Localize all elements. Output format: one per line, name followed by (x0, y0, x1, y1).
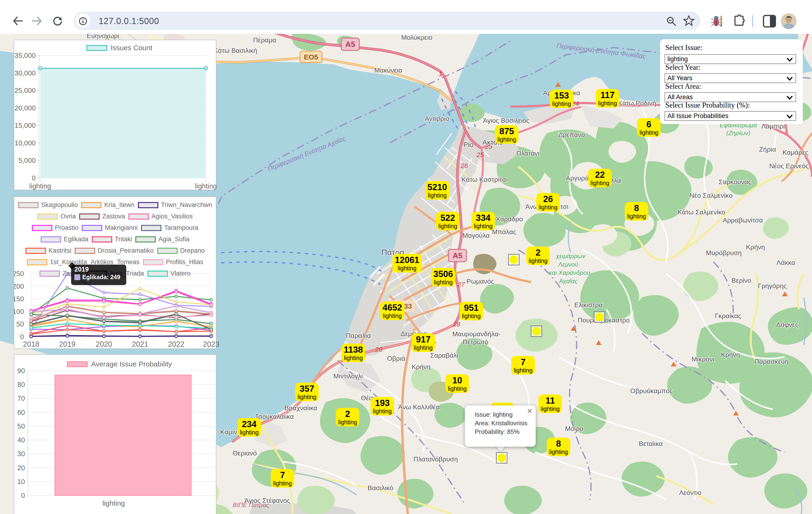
svg-text:και Χαράνδρου: και Χαράνδρου (549, 269, 590, 276)
svg-text:lighting: lighting (29, 182, 51, 190)
svg-text:Πέραμα: Πέραμα (253, 36, 276, 44)
svg-text:Ζήρια: Ζήρια (759, 146, 776, 153)
svg-text:Σαρκουνάς: Σαρκουνάς (719, 178, 751, 186)
svg-text:Δρέπανο: Δρέπανο (558, 131, 585, 138)
svg-text:Αργυρά: Αργυρά (566, 174, 589, 182)
svg-text:Ρίο: Ρίο (463, 141, 473, 148)
svg-text:Μπάλας: Μπάλας (492, 228, 516, 236)
svg-text:25,000: 25,000 (14, 87, 36, 94)
svg-text:0: 0 (21, 492, 25, 499)
svg-text:Μολύκρειο: Μολύκρειο (401, 34, 432, 41)
svg-text:EO5: EO5 (304, 53, 318, 61)
svg-text:Βραχναίικα: Βραχναίικα (284, 404, 317, 412)
svg-text:Νέος Ερινεός: Νέος Ερινεός (769, 162, 809, 170)
svg-text:Κάτω Βασιλική: Κάτω Βασιλική (214, 47, 257, 54)
svg-text:Βεταίικα: Βεταίικα (639, 440, 663, 448)
svg-text:lighting: lighting (195, 182, 216, 190)
svg-text:2022: 2022 (168, 340, 184, 348)
svg-text:Κάτω Ροδινή: Κάτω Ροδινή (618, 100, 656, 107)
svg-text:0: 0 (32, 174, 36, 182)
svg-text:Κρήνη: Κρήνη (412, 363, 431, 371)
svg-text:20,000: 20,000 (14, 104, 36, 112)
svg-text:Ελικίστρα: Ελικίστρα (574, 301, 603, 309)
svg-text:30,000: 30,000 (14, 69, 36, 77)
svg-text:10,000: 10,000 (14, 139, 36, 147)
svg-text:200: 200 (14, 282, 24, 290)
svg-text:Αχαΐας: Αχαΐας (558, 277, 578, 285)
svg-text:Άνω Καλλιθέα: Άνω Καλλιθέα (398, 403, 440, 411)
svg-text:50: 50 (17, 320, 24, 328)
svg-text:2018: 2018 (23, 340, 39, 348)
svg-text:2021: 2021 (132, 340, 148, 348)
svg-text:ΒΙΠΕ Πάτρας: ΒΙΠΕ Πάτρας (233, 502, 269, 509)
svg-text:27: 27 (458, 281, 465, 288)
svg-text:Μιντιλόγλι: Μιντιλόγλι (334, 372, 363, 380)
svg-text:Μαγούλα: Μαγούλα (462, 232, 490, 239)
svg-text:Λεμνού: Λεμνού (558, 261, 579, 268)
svg-text:30: 30 (17, 450, 25, 458)
svg-text:Παραλία: Παραλία (346, 332, 371, 339)
svg-text:Μυρόβρυση: Μυρόβρυση (706, 249, 742, 256)
svg-text:Βερίνο: Βερίνο (732, 277, 751, 284)
svg-text:Αντίρριο: Αντίρριο (425, 115, 449, 122)
svg-text:70: 70 (17, 395, 25, 402)
svg-text:Λεόντιο: Λεόντιο (679, 489, 701, 496)
svg-text:Λάκκα: Λάκκα (777, 259, 795, 266)
svg-text:10: 10 (17, 478, 25, 485)
svg-text:Άγιος Βασίλειος: Άγιος Βασίλειος (483, 117, 529, 124)
svg-text:29: 29 (375, 346, 382, 353)
svg-text:Νέο Σαλμενίκο: Νέο Σαλμενίκο (689, 192, 732, 199)
svg-text:Χάραδρο: Χάραδρο (496, 215, 523, 223)
svg-text:Μοίρα: Μοίρα (565, 425, 583, 432)
svg-text:26: 26 (461, 162, 468, 169)
svg-text:5,000: 5,000 (18, 157, 36, 164)
svg-text:Πλατανόβρυση: Πλατανόβρυση (413, 456, 458, 463)
svg-text:150: 150 (14, 295, 24, 303)
svg-text:Θεριανό: Θεριανό (233, 450, 257, 457)
svg-text:Κάτω Σαλμενίκο: Κάτω Σαλμενίκο (678, 209, 725, 216)
svg-text:80: 80 (17, 381, 25, 388)
svg-text:(Ζηρίων): (Ζηρίων) (726, 130, 750, 137)
svg-text:Καμάρες: Καμάρες (783, 149, 808, 156)
svg-text:Δάφνες: Δάφνες (776, 321, 798, 328)
svg-text:Κρήνη: Κρήνη (746, 243, 765, 251)
svg-text:60: 60 (17, 409, 25, 416)
svg-text:40: 40 (17, 436, 25, 444)
svg-text:Ρωμανός: Ρωμανός (466, 278, 494, 285)
svg-text:100: 100 (14, 308, 24, 315)
svg-text:50: 50 (17, 423, 25, 430)
svg-text:0: 0 (20, 333, 24, 341)
svg-text:Σαραβάλι: Σαραβάλι (430, 352, 458, 359)
svg-text:35,000: 35,000 (14, 52, 36, 59)
svg-text:lighting: lighting (102, 499, 125, 507)
svg-text:Βασιλικό: Βασιλικό (368, 484, 393, 492)
svg-text:Αρραβωνίτσα: Αρραβωνίτσα (723, 217, 763, 224)
svg-text:Τσουκαλαίικα: Τσουκαλαίικα (255, 413, 294, 420)
svg-text:Γκραίκας: Γκραίκας (715, 312, 741, 320)
svg-text:28: 28 (453, 321, 460, 328)
svg-text:Μαυρομανδήλα-: Μαυρομανδήλα- (453, 330, 501, 338)
svg-text:A5: A5 (346, 40, 355, 49)
svg-text:Κάτω Καστρίτσι: Κάτω Καστρίτσι (462, 176, 508, 183)
svg-text:Οβριά: Οβριά (387, 355, 405, 362)
svg-text:Πλατάνι: Πλατάνι (516, 150, 539, 157)
svg-text:2023: 2023 (203, 340, 220, 348)
svg-text:20: 20 (17, 464, 25, 471)
svg-text:A5: A5 (453, 251, 462, 260)
svg-text:Πετρωτό: Πετρωτό (463, 339, 488, 346)
svg-text:Γρηγόρης: Γρηγόρης (758, 282, 787, 290)
svg-text:Μακύνεια: Μακύνεια (374, 66, 402, 74)
svg-text:2019: 2019 (59, 340, 76, 348)
svg-text:2020: 2020 (96, 340, 112, 348)
svg-text:Μικρόνι: Μικρόνι (692, 355, 714, 363)
svg-text:1: 1 (439, 71, 442, 78)
svg-text:χειμάρρων: χειμάρρων (555, 252, 585, 260)
svg-text:Παρασκευή: Παρασκευή (754, 358, 788, 365)
svg-text:Οβρυόκαμπος: Οβρυόκαμπος (630, 387, 673, 395)
svg-text:Κρήνη: Κρήνη (721, 351, 740, 358)
svg-text:25: 25 (476, 151, 484, 159)
svg-text:15,000: 15,000 (14, 121, 36, 129)
